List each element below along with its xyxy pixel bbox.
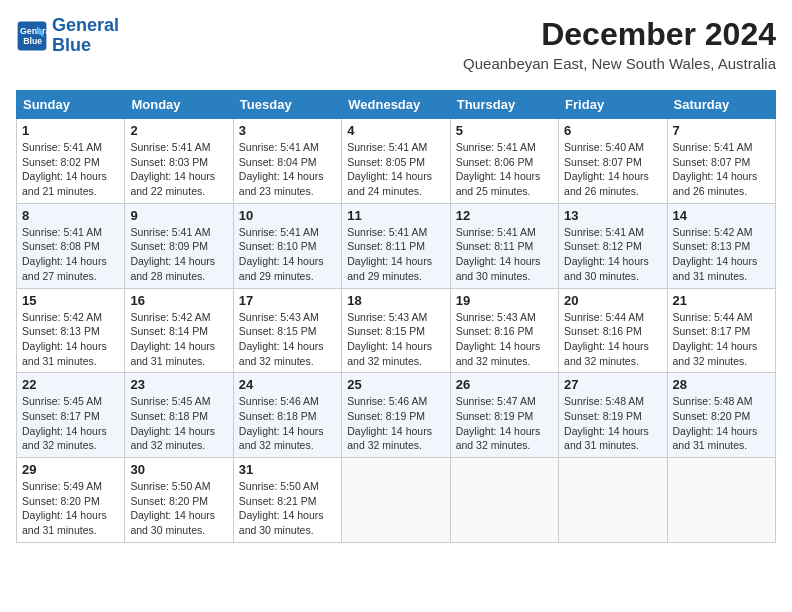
day-header-friday: Friday <box>559 91 667 119</box>
day-info: Sunrise: 5:45 AM Sunset: 8:18 PM Dayligh… <box>130 394 227 453</box>
day-header-monday: Monday <box>125 91 233 119</box>
day-number: 21 <box>673 293 770 308</box>
day-header-sunday: Sunday <box>17 91 125 119</box>
day-number: 27 <box>564 377 661 392</box>
day-number: 5 <box>456 123 553 138</box>
day-info: Sunrise: 5:47 AM Sunset: 8:19 PM Dayligh… <box>456 394 553 453</box>
day-info: Sunrise: 5:41 AM Sunset: 8:11 PM Dayligh… <box>347 225 444 284</box>
day-header-wednesday: Wednesday <box>342 91 450 119</box>
day-number: 1 <box>22 123 119 138</box>
calendar-cell: 19Sunrise: 5:43 AM Sunset: 8:16 PM Dayli… <box>450 288 558 373</box>
svg-text:Blue: Blue <box>23 36 42 46</box>
calendar-cell: 22Sunrise: 5:45 AM Sunset: 8:17 PM Dayli… <box>17 373 125 458</box>
calendar-cell: 10Sunrise: 5:41 AM Sunset: 8:10 PM Dayli… <box>233 203 341 288</box>
calendar-cell <box>342 458 450 543</box>
day-header-saturday: Saturday <box>667 91 775 119</box>
day-info: Sunrise: 5:44 AM Sunset: 8:16 PM Dayligh… <box>564 310 661 369</box>
day-info: Sunrise: 5:41 AM Sunset: 8:02 PM Dayligh… <box>22 140 119 199</box>
day-number: 15 <box>22 293 119 308</box>
day-number: 9 <box>130 208 227 223</box>
calendar-cell: 11Sunrise: 5:41 AM Sunset: 8:11 PM Dayli… <box>342 203 450 288</box>
calendar-cell: 4Sunrise: 5:41 AM Sunset: 8:05 PM Daylig… <box>342 119 450 204</box>
calendar-cell <box>559 458 667 543</box>
day-info: Sunrise: 5:50 AM Sunset: 8:21 PM Dayligh… <box>239 479 336 538</box>
day-info: Sunrise: 5:49 AM Sunset: 8:20 PM Dayligh… <box>22 479 119 538</box>
calendar-cell: 18Sunrise: 5:43 AM Sunset: 8:15 PM Dayli… <box>342 288 450 373</box>
calendar-cell: 7Sunrise: 5:41 AM Sunset: 8:07 PM Daylig… <box>667 119 775 204</box>
day-number: 26 <box>456 377 553 392</box>
day-info: Sunrise: 5:48 AM Sunset: 8:19 PM Dayligh… <box>564 394 661 453</box>
day-info: Sunrise: 5:44 AM Sunset: 8:17 PM Dayligh… <box>673 310 770 369</box>
day-info: Sunrise: 5:43 AM Sunset: 8:15 PM Dayligh… <box>239 310 336 369</box>
month-title: December 2024 <box>463 16 776 53</box>
calendar-cell: 24Sunrise: 5:46 AM Sunset: 8:18 PM Dayli… <box>233 373 341 458</box>
calendar-cell: 29Sunrise: 5:49 AM Sunset: 8:20 PM Dayli… <box>17 458 125 543</box>
day-number: 11 <box>347 208 444 223</box>
calendar-cell: 26Sunrise: 5:47 AM Sunset: 8:19 PM Dayli… <box>450 373 558 458</box>
day-number: 8 <box>22 208 119 223</box>
day-info: Sunrise: 5:41 AM Sunset: 8:03 PM Dayligh… <box>130 140 227 199</box>
calendar-cell <box>667 458 775 543</box>
day-number: 19 <box>456 293 553 308</box>
day-number: 7 <box>673 123 770 138</box>
day-number: 25 <box>347 377 444 392</box>
day-number: 16 <box>130 293 227 308</box>
calendar-cell: 6Sunrise: 5:40 AM Sunset: 8:07 PM Daylig… <box>559 119 667 204</box>
calendar-cell: 3Sunrise: 5:41 AM Sunset: 8:04 PM Daylig… <box>233 119 341 204</box>
day-number: 6 <box>564 123 661 138</box>
calendar-cell: 15Sunrise: 5:42 AM Sunset: 8:13 PM Dayli… <box>17 288 125 373</box>
day-header-thursday: Thursday <box>450 91 558 119</box>
day-info: Sunrise: 5:41 AM Sunset: 8:09 PM Dayligh… <box>130 225 227 284</box>
day-number: 28 <box>673 377 770 392</box>
day-info: Sunrise: 5:41 AM Sunset: 8:11 PM Dayligh… <box>456 225 553 284</box>
calendar-cell: 9Sunrise: 5:41 AM Sunset: 8:09 PM Daylig… <box>125 203 233 288</box>
day-number: 24 <box>239 377 336 392</box>
calendar-cell: 16Sunrise: 5:42 AM Sunset: 8:14 PM Dayli… <box>125 288 233 373</box>
logo-line1: General <box>52 16 119 36</box>
day-header-tuesday: Tuesday <box>233 91 341 119</box>
day-info: Sunrise: 5:41 AM Sunset: 8:10 PM Dayligh… <box>239 225 336 284</box>
day-number: 10 <box>239 208 336 223</box>
day-info: Sunrise: 5:42 AM Sunset: 8:13 PM Dayligh… <box>673 225 770 284</box>
location-title: Queanbeyan East, New South Wales, Austra… <box>463 55 776 72</box>
day-info: Sunrise: 5:41 AM Sunset: 8:06 PM Dayligh… <box>456 140 553 199</box>
day-number: 31 <box>239 462 336 477</box>
day-info: Sunrise: 5:41 AM Sunset: 8:12 PM Dayligh… <box>564 225 661 284</box>
day-number: 30 <box>130 462 227 477</box>
day-info: Sunrise: 5:42 AM Sunset: 8:13 PM Dayligh… <box>22 310 119 369</box>
calendar-cell: 23Sunrise: 5:45 AM Sunset: 8:18 PM Dayli… <box>125 373 233 458</box>
calendar-cell: 25Sunrise: 5:46 AM Sunset: 8:19 PM Dayli… <box>342 373 450 458</box>
day-info: Sunrise: 5:40 AM Sunset: 8:07 PM Dayligh… <box>564 140 661 199</box>
day-info: Sunrise: 5:41 AM Sunset: 8:05 PM Dayligh… <box>347 140 444 199</box>
calendar-cell: 13Sunrise: 5:41 AM Sunset: 8:12 PM Dayli… <box>559 203 667 288</box>
calendar-table: SundayMondayTuesdayWednesdayThursdayFrid… <box>16 90 776 543</box>
day-info: Sunrise: 5:43 AM Sunset: 8:15 PM Dayligh… <box>347 310 444 369</box>
day-info: Sunrise: 5:46 AM Sunset: 8:19 PM Dayligh… <box>347 394 444 453</box>
calendar-cell: 5Sunrise: 5:41 AM Sunset: 8:06 PM Daylig… <box>450 119 558 204</box>
calendar-cell: 20Sunrise: 5:44 AM Sunset: 8:16 PM Dayli… <box>559 288 667 373</box>
day-info: Sunrise: 5:41 AM Sunset: 8:07 PM Dayligh… <box>673 140 770 199</box>
day-info: Sunrise: 5:50 AM Sunset: 8:20 PM Dayligh… <box>130 479 227 538</box>
day-info: Sunrise: 5:41 AM Sunset: 8:04 PM Dayligh… <box>239 140 336 199</box>
day-number: 20 <box>564 293 661 308</box>
day-info: Sunrise: 5:45 AM Sunset: 8:17 PM Dayligh… <box>22 394 119 453</box>
day-number: 4 <box>347 123 444 138</box>
day-number: 3 <box>239 123 336 138</box>
day-info: Sunrise: 5:41 AM Sunset: 8:08 PM Dayligh… <box>22 225 119 284</box>
calendar-cell: 17Sunrise: 5:43 AM Sunset: 8:15 PM Dayli… <box>233 288 341 373</box>
day-number: 14 <box>673 208 770 223</box>
calendar-cell: 12Sunrise: 5:41 AM Sunset: 8:11 PM Dayli… <box>450 203 558 288</box>
svg-text:General: General <box>20 26 48 36</box>
day-number: 23 <box>130 377 227 392</box>
calendar-cell: 8Sunrise: 5:41 AM Sunset: 8:08 PM Daylig… <box>17 203 125 288</box>
day-number: 17 <box>239 293 336 308</box>
day-number: 18 <box>347 293 444 308</box>
calendar-cell: 31Sunrise: 5:50 AM Sunset: 8:21 PM Dayli… <box>233 458 341 543</box>
calendar-cell <box>450 458 558 543</box>
day-info: Sunrise: 5:46 AM Sunset: 8:18 PM Dayligh… <box>239 394 336 453</box>
calendar-cell: 21Sunrise: 5:44 AM Sunset: 8:17 PM Dayli… <box>667 288 775 373</box>
calendar-cell: 30Sunrise: 5:50 AM Sunset: 8:20 PM Dayli… <box>125 458 233 543</box>
day-number: 2 <box>130 123 227 138</box>
calendar-cell: 2Sunrise: 5:41 AM Sunset: 8:03 PM Daylig… <box>125 119 233 204</box>
general-blue-logo-icon: General Blue <box>16 20 48 52</box>
